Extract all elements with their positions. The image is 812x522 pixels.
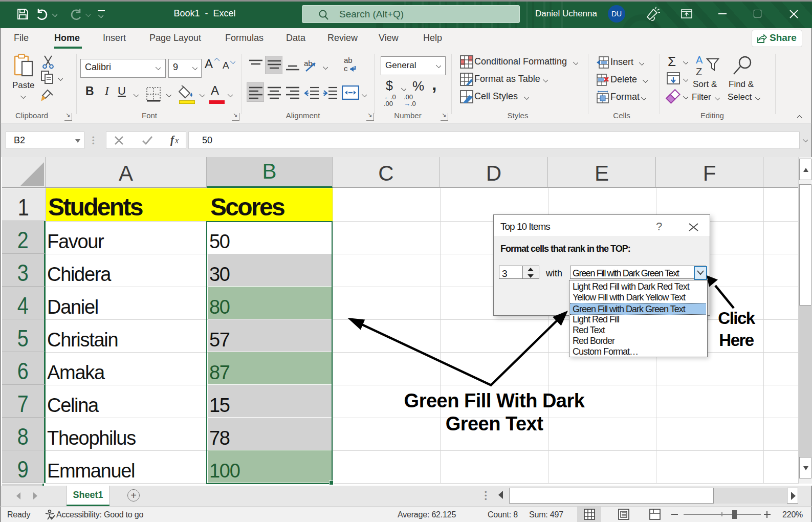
svg-text:A: A [696,55,703,66]
svg-text:ab: ab [344,56,353,64]
svg-text:c: c [344,64,348,73]
svg-text:Z: Z [696,66,702,77]
